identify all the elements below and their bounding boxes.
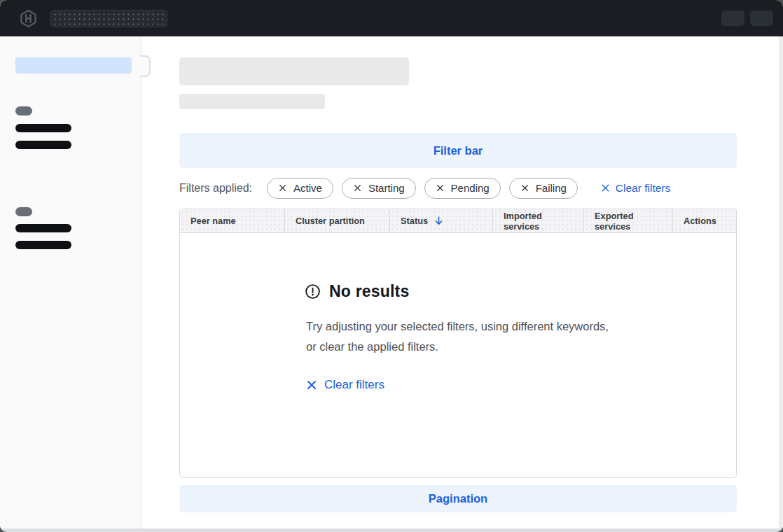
horizontal-scrollbar-track[interactable]	[0, 528, 783, 532]
empty-state-clear-filters-link[interactable]: Clear filters	[306, 378, 384, 392]
column-label: Status	[401, 216, 428, 226]
sidebar-item-placeholder-1[interactable]	[15, 124, 71, 132]
column-header-imported-services[interactable]: Imported services	[493, 209, 584, 232]
filters-applied-label: Filters applied:	[179, 182, 252, 195]
page-subtitle-placeholder	[179, 94, 325, 109]
column-header-cluster-partition[interactable]: Cluster partition	[285, 209, 390, 232]
filter-bar-banner: Filter bar	[179, 133, 737, 168]
navbar-action-placeholder-1[interactable]	[721, 10, 744, 26]
column-label: Peer name	[190, 216, 236, 226]
top-navbar	[0, 0, 783, 36]
filter-pill-label: Failing	[536, 182, 567, 194]
column-label: Actions	[684, 216, 716, 226]
sidebar-item-placeholder-4[interactable]	[15, 241, 71, 249]
filter-pill-label: Active	[293, 182, 322, 194]
column-header-status[interactable]: Status	[390, 209, 493, 232]
empty-state-title: No results	[329, 282, 409, 301]
x-icon	[601, 183, 610, 192]
filter-pill-label: Starting	[368, 182, 405, 194]
clear-filters-label: Clear filters	[616, 182, 670, 195]
app-body: Filter bar Filters applied: Active Start…	[0, 36, 783, 528]
peers-table: Peer name Cluster partition Status Impor…	[179, 209, 737, 478]
alert-circle-icon	[305, 284, 321, 300]
pagination-banner: Pagination	[179, 485, 737, 512]
table-header-row: Peer name Cluster partition Status Impor…	[180, 209, 736, 233]
page-title-placeholder	[179, 57, 409, 85]
filter-pill-starting[interactable]: Starting	[342, 178, 416, 199]
pagination-label: Pagination	[429, 492, 487, 505]
navbar-actions	[721, 10, 773, 26]
column-header-exported-services[interactable]: Exported services	[584, 209, 673, 232]
vertical-scrollbar-track[interactable]	[779, 36, 783, 528]
filter-pill-active[interactable]: Active	[267, 178, 333, 199]
sidebar-item-placeholder-3[interactable]	[15, 224, 71, 232]
column-label: Imported services	[504, 211, 578, 232]
filter-pill-failing[interactable]: Failing	[509, 178, 578, 199]
x-icon[interactable]	[278, 183, 287, 192]
column-label: Cluster partition	[296, 216, 365, 226]
table-empty-state: No results Try adjusting your selected f…	[180, 233, 736, 477]
sidebar	[0, 36, 141, 528]
empty-state-clear-filters-label: Clear filters	[324, 378, 384, 392]
column-header-peer-name[interactable]: Peer name	[180, 209, 285, 232]
arrow-down-icon	[434, 216, 444, 226]
filter-pill-label: Pending	[451, 182, 490, 194]
x-icon[interactable]	[520, 183, 529, 192]
app-window: Filter bar Filters applied: Active Start…	[0, 0, 783, 532]
sidebar-collapse-handle[interactable]	[140, 55, 151, 77]
x-icon	[306, 379, 317, 391]
filter-pill-pending[interactable]: Pending	[424, 178, 501, 199]
empty-state-description: Try adjusting your selected filters, usi…	[306, 316, 611, 357]
column-header-actions[interactable]: Actions	[673, 209, 736, 232]
filter-bar-label: Filter bar	[434, 144, 483, 158]
filters-applied-row: Filters applied: Active Starting	[179, 177, 737, 199]
x-icon[interactable]	[353, 183, 362, 192]
sidebar-item-placeholder-2[interactable]	[15, 141, 71, 149]
sidebar-selected-item-placeholder[interactable]	[15, 57, 132, 74]
hashicorp-logo-icon[interactable]	[19, 9, 38, 28]
sidebar-section-label-placeholder-1	[15, 106, 32, 115]
sidebar-section-label-placeholder-2	[15, 207, 32, 216]
empty-state-header: No results	[305, 282, 409, 301]
column-label: Exported services	[595, 211, 667, 232]
clear-filters-link[interactable]: Clear filters	[601, 182, 670, 195]
navbar-search-placeholder[interactable]	[50, 10, 167, 27]
main-content: Filter bar Filters applied: Active Start…	[141, 36, 783, 528]
x-icon[interactable]	[436, 183, 445, 192]
navbar-action-placeholder-2[interactable]	[750, 10, 773, 26]
